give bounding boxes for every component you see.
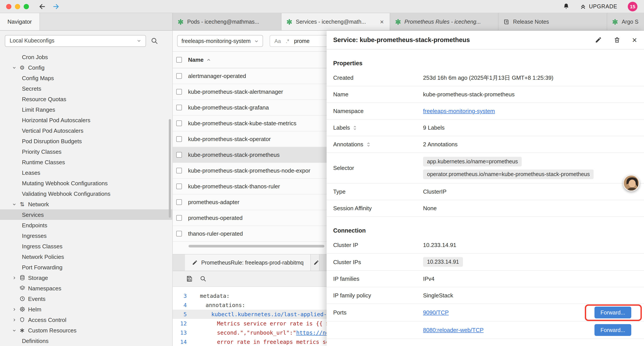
editor-tab-services-icecheng-math[interactable]: Services - icecheng@math...× bbox=[282, 13, 390, 30]
sidebar-item-network-policies[interactable]: Network Policies bbox=[0, 251, 172, 262]
sidebar-item-definitions[interactable]: Definitions bbox=[0, 336, 172, 346]
detail-row-ip-families: IP familiesIPv4 bbox=[326, 271, 644, 287]
sidebar-item-config-maps[interactable]: Config Maps bbox=[0, 73, 172, 83]
sidebar-item-ingress-classes[interactable]: Ingress Classes bbox=[0, 241, 172, 251]
notifications-bell-icon[interactable] bbox=[563, 3, 570, 10]
close-window-button[interactable] bbox=[6, 4, 12, 9]
sidebar-item-priority-classes[interactable]: Priority Classes bbox=[0, 146, 172, 157]
sort-arrows-icon[interactable] bbox=[353, 125, 357, 130]
zoom-window-button[interactable] bbox=[24, 4, 29, 9]
row-checkbox[interactable] bbox=[176, 215, 182, 221]
service-name: prometheus-operated bbox=[188, 215, 243, 221]
detail-label-text: Ports bbox=[333, 309, 346, 316]
sidebar-item-namespaces[interactable]: Namespaces bbox=[0, 283, 172, 294]
forward-button[interactable]: Forward... bbox=[594, 307, 631, 319]
sidebar-item-access-control[interactable]: Access Control bbox=[0, 315, 172, 325]
window-controls bbox=[6, 4, 29, 9]
trash-icon[interactable] bbox=[614, 36, 620, 43]
history-back-button[interactable] bbox=[38, 2, 46, 10]
namespace-select[interactable]: freeleaps-monitoring-system bbox=[177, 35, 263, 47]
sidebar-item-runtime-classes[interactable]: Runtime Classes bbox=[0, 157, 172, 167]
row-checkbox[interactable] bbox=[176, 152, 182, 158]
edit-pencil-icon[interactable] bbox=[595, 36, 602, 43]
dock-tab-prometheusrule[interactable]: PrometheusRule: freeleaps-prod-rabbitmq bbox=[185, 255, 311, 271]
value-badge: 10.233.14.91 bbox=[423, 257, 463, 267]
sidebar-item-cron-jobs[interactable]: Cron Jobs bbox=[0, 52, 172, 62]
webcam-avatar[interactable] bbox=[623, 175, 640, 191]
code-text: annotations: bbox=[191, 301, 245, 310]
navigator-sidebar: Local Kubeconfigs Cron Jobs⚙ConfigConfig… bbox=[0, 31, 173, 346]
upgrade-button[interactable]: UPGRADE bbox=[580, 3, 617, 9]
port-link[interactable]: 9090/TCP bbox=[423, 309, 449, 316]
editor-search-icon[interactable] bbox=[200, 276, 206, 282]
save-icon[interactable] bbox=[186, 276, 192, 282]
navigator-tab[interactable]: Navigator bbox=[0, 13, 40, 30]
notification-count-badge[interactable]: 15 bbox=[628, 1, 638, 11]
select-all-checkbox[interactable] bbox=[176, 57, 182, 63]
sort-ascending-icon[interactable] bbox=[207, 58, 211, 62]
sidebar-item-storage[interactable]: Storage bbox=[0, 272, 172, 283]
row-checkbox[interactable] bbox=[176, 168, 182, 173]
sidebar-scrollbar-thumb[interactable] bbox=[169, 119, 171, 218]
port-link[interactable]: 8080:reloader-web/TCP bbox=[423, 327, 484, 333]
sidebar-item-vertical-pod-autoscalers[interactable]: Vertical Pod Autoscalers bbox=[0, 125, 172, 136]
row-checkbox[interactable] bbox=[176, 120, 182, 126]
namespace-link[interactable]: freeleaps-monitoring-system bbox=[423, 108, 495, 114]
sidebar-search-icon[interactable] bbox=[151, 37, 158, 44]
editor-tab-prometheus-rules-icecheng[interactable]: Prometheus Rules - icecheng... bbox=[390, 13, 499, 30]
editor-tab-pods-icecheng-mathmas[interactable]: Pods - icecheng@mathmas... bbox=[173, 13, 282, 30]
match-case-toggle[interactable]: Aa bbox=[274, 38, 281, 44]
kubeconfig-select-value: Local Kubeconfigs bbox=[10, 38, 54, 44]
chevron-right-icon[interactable] bbox=[10, 307, 18, 311]
sort-arrows-icon[interactable] bbox=[366, 142, 370, 147]
kubeconfig-select[interactable]: Local Kubeconfigs bbox=[5, 35, 146, 47]
sidebar-item-ingresses[interactable]: Ingresses bbox=[0, 230, 172, 241]
name-column-header[interactable]: Name bbox=[188, 56, 204, 63]
chevron-right-icon[interactable] bbox=[10, 276, 18, 280]
detail-label: Session Affinity bbox=[333, 205, 423, 212]
detail-value: SingleStack bbox=[423, 292, 644, 299]
sidebar-item-secrets[interactable]: Secrets bbox=[0, 83, 172, 94]
sidebar-item-network[interactable]: ⇅Network bbox=[0, 199, 172, 209]
detail-panel-actions: × bbox=[595, 36, 637, 44]
tab-strip: Navigator Pods - icecheng@mathmas...Serv… bbox=[0, 13, 644, 31]
row-checkbox[interactable] bbox=[176, 231, 182, 237]
sidebar-item-label: Secrets bbox=[22, 85, 41, 92]
sidebar-item-leases[interactable]: Leases bbox=[0, 167, 172, 178]
row-checkbox[interactable] bbox=[176, 136, 182, 142]
forward-button[interactable]: Forward... bbox=[594, 324, 631, 336]
row-checkbox[interactable] bbox=[176, 199, 182, 205]
row-checkbox[interactable] bbox=[176, 184, 182, 189]
dock-tab-partial[interactable] bbox=[311, 255, 320, 271]
chevron-down-icon[interactable] bbox=[10, 202, 18, 206]
code-token: second.","runbook_url":" bbox=[217, 329, 296, 336]
sidebar-item-helm[interactable]: Helm bbox=[0, 304, 172, 315]
sidebar-item-services[interactable]: Services bbox=[0, 209, 172, 220]
row-checkbox[interactable] bbox=[176, 73, 182, 79]
horizontal-scrollbar-thumb[interactable] bbox=[188, 245, 324, 248]
close-panel-icon[interactable]: × bbox=[632, 36, 637, 44]
editor-tab-argo-s[interactable]: Argo S bbox=[607, 13, 644, 30]
sidebar-item-port-forwarding[interactable]: Port Forwarding bbox=[0, 262, 172, 272]
detail-label-text: Created bbox=[333, 74, 354, 81]
close-tab-icon[interactable]: × bbox=[379, 18, 385, 25]
sidebar-item-resource-quotas[interactable]: Resource Quotas bbox=[0, 94, 172, 104]
sidebar-item-endpoints[interactable]: Endpoints bbox=[0, 220, 172, 230]
chevron-right-icon[interactable] bbox=[10, 318, 18, 322]
minimize-window-button[interactable] bbox=[15, 4, 20, 9]
sidebar-item-limit-ranges[interactable]: Limit Ranges bbox=[0, 104, 172, 115]
sidebar-item-horizontal-pod-autoscalers[interactable]: Horizontal Pod Autoscalers bbox=[0, 115, 172, 125]
sidebar-item-validating-webhook-configurations[interactable]: Validating Webhook Configurations bbox=[0, 188, 172, 199]
history-forward-button[interactable] bbox=[52, 2, 60, 10]
sidebar-item-config[interactable]: ⚙Config bbox=[0, 62, 172, 73]
sidebar-item-custom-resources[interactable]: Custom Resources bbox=[0, 325, 172, 336]
chevron-down-icon[interactable] bbox=[10, 328, 18, 332]
sidebar-item-mutating-webhook-configurations[interactable]: Mutating Webhook Configurations bbox=[0, 178, 172, 188]
sidebar-item-events[interactable]: Events bbox=[0, 294, 172, 304]
chevron-down-icon[interactable] bbox=[10, 65, 18, 69]
sidebar-item-pod-disruption-budgets[interactable]: Pod Disruption Budgets bbox=[0, 136, 172, 146]
editor-tab-release-notes[interactable]: Release Notes bbox=[499, 13, 608, 30]
row-checkbox[interactable] bbox=[176, 105, 182, 110]
regex-toggle[interactable]: .* bbox=[286, 38, 289, 44]
row-checkbox[interactable] bbox=[176, 89, 182, 95]
